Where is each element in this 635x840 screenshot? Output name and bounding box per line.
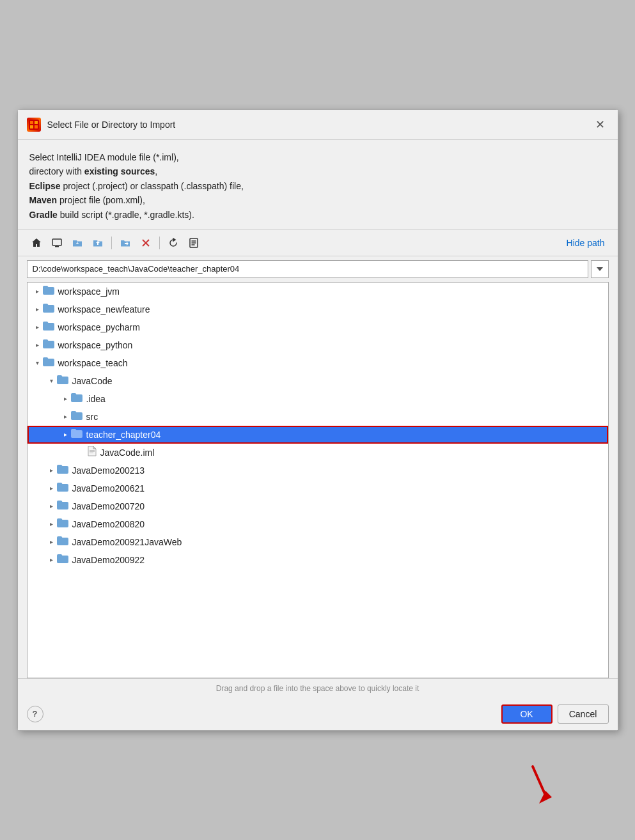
svg-text:+: + (75, 240, 79, 246)
chevron-icon: ▸ (33, 288, 43, 295)
arrow-indicator (520, 760, 558, 805)
folder-icon (43, 339, 54, 350)
tree-item[interactable]: ▸workspace_newfeature (27, 300, 608, 318)
folder-icon (57, 518, 68, 529)
path-bar (18, 256, 618, 282)
toolbar: + Hide path (18, 229, 618, 256)
tree-item[interactable]: ▸JavaDemo200921JavaWeb (27, 533, 608, 551)
path-dropdown-button[interactable] (591, 260, 609, 278)
desktop-button[interactable] (47, 234, 67, 252)
dialog: Select File or Directory to Import ✕ Sel… (17, 109, 618, 731)
description: Select IntelliJ IDEA module file (*.iml)… (18, 140, 618, 229)
tree-item[interactable]: ▸workspace_python (27, 336, 608, 354)
desc-line2-end: , (155, 166, 157, 176)
tree-item-label: JavaDemo200621 (72, 483, 145, 494)
folder-icon (43, 357, 54, 368)
desc-line3-bold: Eclipse (29, 181, 61, 191)
chevron-icon: ▸ (47, 520, 57, 527)
chevron-icon: ▸ (33, 306, 43, 313)
svg-rect-3 (30, 125, 33, 128)
move-button[interactable] (116, 234, 135, 252)
folder-icon (43, 286, 54, 297)
refresh-button[interactable] (164, 234, 183, 252)
svg-rect-4 (35, 125, 38, 128)
bottom-bar: ? OK Cancel (18, 698, 618, 730)
tree-item[interactable]: ▸JavaDemo200621 (27, 479, 608, 497)
tree-item-label: JavaDemo200213 (72, 465, 145, 476)
folder-icon (71, 411, 82, 422)
folder-icon (57, 483, 68, 494)
svg-marker-11 (173, 238, 175, 241)
chevron-icon: ▸ (61, 395, 71, 402)
folder-icon (43, 304, 54, 315)
tree-item[interactable]: ▸workspace_pycharm (27, 318, 608, 336)
chevron-icon: ▾ (33, 359, 43, 366)
ok-button[interactable]: OK (501, 704, 553, 724)
chevron-icon: ▸ (61, 431, 71, 438)
tree-item-label: workspace_teach (58, 358, 128, 368)
toolbar-buttons: + (27, 234, 203, 252)
desc-line3-end: project (.project) or classpath (.classp… (61, 181, 244, 191)
svg-rect-7 (56, 245, 57, 247)
chevron-icon: ▸ (47, 502, 57, 509)
up-folder-button[interactable] (88, 234, 107, 252)
svg-rect-16 (90, 453, 93, 453)
tree-item[interactable]: ▸workspace_jvm (27, 283, 608, 300)
help-button[interactable]: ? (27, 706, 43, 722)
chevron-icon: ▸ (47, 467, 57, 474)
folder-icon (71, 393, 82, 404)
hide-path-button[interactable]: Hide path (563, 235, 609, 251)
home-button[interactable] (27, 234, 46, 252)
desc-line5-end: build script (*.gradle, *.gradle.kts). (58, 210, 194, 220)
chevron-icon: ▸ (61, 413, 71, 420)
close-button[interactable]: ✕ (592, 116, 609, 133)
folder-icon (57, 375, 68, 386)
tree-item-label: JavaDemo200720 (72, 501, 145, 511)
cancel-button[interactable]: Cancel (558, 704, 609, 724)
svg-rect-5 (52, 239, 61, 245)
toolbar-separator-1 (111, 237, 112, 249)
bookmark-button[interactable] (184, 234, 203, 252)
desc-line2-bold: existing sources (84, 166, 155, 176)
title-bar-left: Select File or Directory to Import (27, 118, 176, 132)
toolbar-separator-2 (159, 237, 160, 249)
tree-item[interactable]: ▸JavaDemo200820 (27, 515, 608, 533)
tree-item[interactable]: ▸JavaDemo200720 (27, 497, 608, 515)
tree-item-label: JavaCode.iml (100, 447, 155, 458)
tree-item[interactable]: ▾workspace_teach (27, 354, 608, 372)
file-tree[interactable]: ▸workspace_jvm▸workspace_newfeature▸work… (27, 282, 609, 678)
folder-icon (43, 322, 54, 332)
svg-rect-1 (30, 121, 33, 124)
svg-rect-14 (90, 450, 95, 451)
new-folder-button[interactable]: + (68, 234, 87, 252)
chevron-icon: ▸ (47, 485, 57, 492)
tree-item-label: workspace_jvm (58, 286, 120, 297)
svg-line-17 (533, 766, 545, 795)
tree-item[interactable]: ▸JavaDemo200922 (27, 551, 608, 569)
tree-item[interactable]: JavaCode.iml (27, 444, 608, 462)
tree-item-label: JavaDemo200922 (72, 555, 145, 565)
tree-item-label: JavaDemo200820 (72, 519, 145, 529)
tree-item[interactable]: ▸JavaDemo200213 (27, 462, 608, 479)
chevron-icon: ▾ (47, 377, 57, 384)
tree-item[interactable]: ▾JavaCode (27, 372, 608, 390)
desc-line4-end: project file (pom.xml), (57, 195, 145, 205)
tree-item-label: workspace_pycharm (58, 322, 140, 332)
drag-hint-text: Drag and drop a file into the space abov… (216, 684, 419, 693)
chevron-icon: ▸ (47, 538, 57, 545)
svg-marker-18 (539, 791, 552, 804)
tree-item[interactable]: ▸src (27, 408, 608, 426)
desc-line4-bold: Maven (29, 195, 58, 205)
svg-rect-2 (35, 121, 38, 124)
tree-item-label: JavaDemo200921JavaWeb (72, 537, 182, 547)
folder-icon (57, 536, 68, 547)
tree-item[interactable]: ▸.idea (27, 390, 608, 408)
svg-marker-13 (597, 267, 603, 271)
path-input[interactable] (27, 260, 588, 278)
title-bar: Select File or Directory to Import ✕ (18, 110, 618, 140)
tree-item[interactable]: ▸teacher_chapter04 (27, 426, 608, 444)
folder-icon (71, 429, 82, 440)
delete-button[interactable] (136, 234, 155, 252)
tree-item-label: .idea (86, 394, 106, 404)
drag-hint: Drag and drop a file into the space abov… (18, 678, 618, 698)
